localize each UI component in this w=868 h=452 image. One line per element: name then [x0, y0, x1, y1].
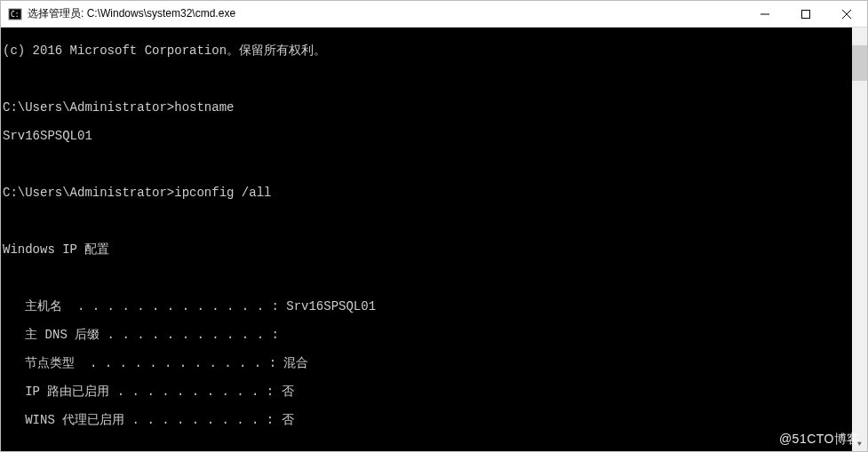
- blank: [1, 72, 867, 86]
- copyright-line: (c) 2016 Microsoft Corporation。保留所有权利。: [1, 44, 867, 58]
- cmd-icon: C:: [8, 7, 22, 21]
- hostname-output: Srv16SPSQL01: [1, 129, 867, 143]
- node-type: 节点类型 . . . . . . . . . . . . : 混合: [1, 356, 867, 370]
- svg-text:C:: C:: [11, 11, 20, 19]
- ipconfig-header: Windows IP 配置: [1, 242, 867, 257]
- titlebar[interactable]: C: 选择管理员: C:\Windows\system32\cmd.exe: [1, 1, 867, 28]
- scroll-thumb[interactable]: [852, 45, 867, 81]
- svg-rect-3: [802, 10, 810, 18]
- cmd-window: C: 选择管理员: C:\Windows\system32\cmd.exe (c…: [0, 0, 868, 452]
- window-title: 选择管理员: C:\Windows\system32\cmd.exe: [28, 6, 745, 21]
- prompt-line-2: C:\Users\Administrator>ipconfig /all: [1, 186, 867, 200]
- terminal-area[interactable]: (c) 2016 Microsoft Corporation。保留所有权利。 C…: [1, 28, 867, 451]
- prompt: C:\Users\Administrator>: [3, 186, 174, 200]
- minimize-button[interactable]: [745, 1, 785, 27]
- primary-dns-suffix: 主 DNS 后缀 . . . . . . . . . . . :: [1, 328, 867, 342]
- window-controls: [745, 1, 867, 27]
- scroll-track[interactable]: [852, 43, 867, 436]
- close-button[interactable]: [826, 1, 867, 27]
- prompt-line-1: C:\Users\Administrator>hostname: [1, 100, 867, 115]
- blank: [1, 214, 867, 228]
- prompt: C:\Users\Administrator>: [3, 100, 174, 115]
- ip-routing: IP 路由已启用 . . . . . . . . . . : 否: [1, 385, 867, 399]
- host-name: 主机名 . . . . . . . . . . . . . : Srv16SPS…: [1, 299, 867, 313]
- blank: [1, 441, 867, 451]
- command-ipconfig: ipconfig /all: [174, 186, 271, 200]
- wins-proxy: WINS 代理已启用 . . . . . . . . . : 否: [1, 413, 867, 427]
- maximize-button[interactable]: [785, 1, 826, 27]
- watermark: @51CTO博客: [779, 432, 860, 446]
- blank: [1, 157, 867, 171]
- command-hostname: hostname: [174, 100, 234, 115]
- vertical-scrollbar[interactable]: ▲ ▼: [852, 28, 867, 451]
- blank: [1, 271, 867, 285]
